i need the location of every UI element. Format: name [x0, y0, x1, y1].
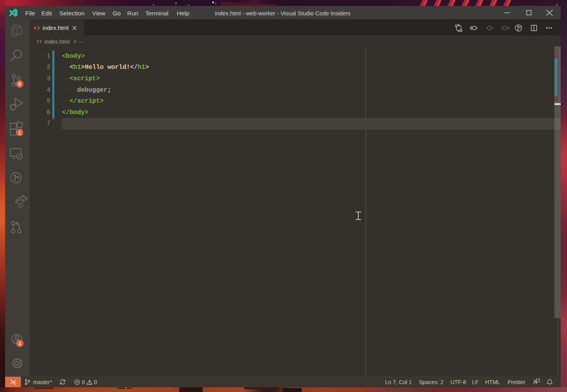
- svg-text:8: 8: [19, 81, 21, 87]
- svg-text:1: 1: [19, 130, 21, 136]
- svg-text:1: 1: [19, 341, 21, 346]
